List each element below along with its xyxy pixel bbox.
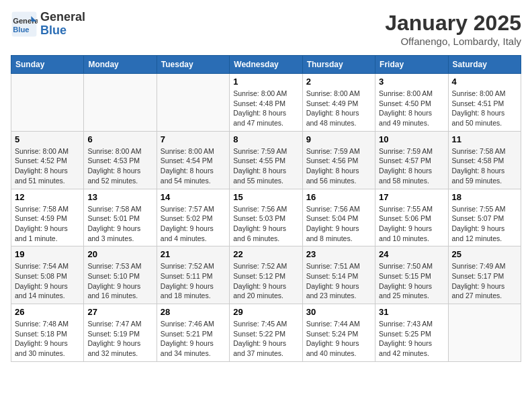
location: Offanengo, Lombardy, Italy bbox=[385, 36, 521, 47]
calendar-cell bbox=[157, 74, 229, 132]
calendar-cell: 26Sunrise: 7:48 AM Sunset: 5:18 PM Dayli… bbox=[11, 304, 84, 362]
calendar-cell bbox=[84, 74, 157, 132]
calendar-week-row: 5Sunrise: 8:00 AM Sunset: 4:52 PM Daylig… bbox=[11, 131, 521, 189]
day-number: 8 bbox=[233, 134, 298, 144]
day-number: 11 bbox=[452, 134, 517, 144]
calendar-cell: 14Sunrise: 7:57 AM Sunset: 5:02 PM Dayli… bbox=[157, 189, 229, 246]
day-number: 15 bbox=[233, 192, 298, 202]
day-info: Sunrise: 7:43 AM Sunset: 5:25 PM Dayligh… bbox=[379, 319, 444, 359]
calendar-cell: 12Sunrise: 7:58 AM Sunset: 4:59 PM Dayli… bbox=[11, 189, 84, 246]
calendar-cell: 1Sunrise: 8:00 AM Sunset: 4:48 PM Daylig… bbox=[230, 74, 302, 132]
day-number: 24 bbox=[379, 249, 444, 259]
day-info: Sunrise: 7:55 AM Sunset: 5:06 PM Dayligh… bbox=[379, 204, 444, 244]
calendar-cell: 15Sunrise: 7:56 AM Sunset: 5:03 PM Dayli… bbox=[230, 189, 302, 246]
day-info: Sunrise: 7:59 AM Sunset: 4:57 PM Dayligh… bbox=[379, 146, 444, 186]
day-info: Sunrise: 7:46 AM Sunset: 5:21 PM Dayligh… bbox=[161, 319, 226, 359]
calendar-cell: 10Sunrise: 7:59 AM Sunset: 4:57 PM Dayli… bbox=[375, 131, 448, 189]
day-info: Sunrise: 7:57 AM Sunset: 5:02 PM Dayligh… bbox=[161, 204, 226, 244]
day-number: 17 bbox=[379, 192, 444, 202]
day-info: Sunrise: 7:47 AM Sunset: 5:19 PM Dayligh… bbox=[87, 319, 152, 359]
title-block: January 2025 Offanengo, Lombardy, Italy bbox=[385, 11, 521, 47]
day-number: 19 bbox=[15, 249, 80, 259]
calendar-table: SundayMondayTuesdayWednesdayThursdayFrid… bbox=[11, 55, 521, 362]
day-number: 29 bbox=[233, 307, 298, 317]
calendar-cell: 18Sunrise: 7:55 AM Sunset: 5:07 PM Dayli… bbox=[448, 189, 521, 246]
day-number: 30 bbox=[306, 307, 371, 317]
day-number: 3 bbox=[379, 77, 444, 87]
calendar-week-row: 1Sunrise: 8:00 AM Sunset: 4:48 PM Daylig… bbox=[11, 74, 521, 132]
day-info: Sunrise: 7:50 AM Sunset: 5:15 PM Dayligh… bbox=[379, 261, 444, 301]
day-number: 7 bbox=[161, 134, 226, 144]
day-info: Sunrise: 7:53 AM Sunset: 5:10 PM Dayligh… bbox=[87, 261, 152, 301]
weekday-header: Wednesday bbox=[230, 56, 302, 74]
calendar-cell bbox=[448, 304, 521, 362]
weekday-header: Monday bbox=[84, 56, 157, 74]
calendar-cell: 19Sunrise: 7:54 AM Sunset: 5:08 PM Dayli… bbox=[11, 246, 84, 304]
day-info: Sunrise: 7:56 AM Sunset: 5:04 PM Dayligh… bbox=[306, 204, 371, 244]
day-number: 18 bbox=[452, 192, 517, 202]
day-info: Sunrise: 7:56 AM Sunset: 5:03 PM Dayligh… bbox=[233, 204, 298, 244]
calendar-cell: 9Sunrise: 7:59 AM Sunset: 4:56 PM Daylig… bbox=[302, 131, 375, 189]
day-number: 5 bbox=[15, 134, 80, 144]
weekday-header: Friday bbox=[375, 56, 448, 74]
day-info: Sunrise: 8:00 AM Sunset: 4:54 PM Dayligh… bbox=[161, 146, 226, 186]
calendar-cell bbox=[11, 74, 84, 132]
day-number: 12 bbox=[15, 192, 80, 202]
day-number: 16 bbox=[306, 192, 371, 202]
month-title: January 2025 bbox=[385, 11, 521, 36]
day-info: Sunrise: 7:51 AM Sunset: 5:14 PM Dayligh… bbox=[306, 261, 371, 301]
day-number: 2 bbox=[306, 77, 371, 87]
logo-line2: Blue bbox=[40, 24, 85, 38]
day-info: Sunrise: 7:55 AM Sunset: 5:07 PM Dayligh… bbox=[452, 204, 517, 244]
calendar-cell: 4Sunrise: 8:00 AM Sunset: 4:51 PM Daylig… bbox=[448, 74, 521, 132]
day-number: 26 bbox=[15, 307, 80, 317]
calendar-cell: 28Sunrise: 7:46 AM Sunset: 5:21 PM Dayli… bbox=[157, 304, 229, 362]
calendar-cell: 2Sunrise: 8:00 AM Sunset: 4:49 PM Daylig… bbox=[302, 74, 375, 132]
weekday-header: Thursday bbox=[302, 56, 375, 74]
calendar-week-row: 26Sunrise: 7:48 AM Sunset: 5:18 PM Dayli… bbox=[11, 304, 521, 362]
day-info: Sunrise: 7:54 AM Sunset: 5:08 PM Dayligh… bbox=[15, 261, 80, 301]
logo-icon: General Blue bbox=[11, 11, 38, 38]
day-info: Sunrise: 7:58 AM Sunset: 5:01 PM Dayligh… bbox=[87, 204, 152, 244]
day-info: Sunrise: 7:52 AM Sunset: 5:11 PM Dayligh… bbox=[161, 261, 226, 301]
day-info: Sunrise: 7:58 AM Sunset: 4:59 PM Dayligh… bbox=[15, 204, 80, 244]
day-info: Sunrise: 7:59 AM Sunset: 4:55 PM Dayligh… bbox=[233, 146, 298, 186]
day-info: Sunrise: 8:00 AM Sunset: 4:51 PM Dayligh… bbox=[452, 89, 517, 128]
calendar-cell: 27Sunrise: 7:47 AM Sunset: 5:19 PM Dayli… bbox=[84, 304, 157, 362]
svg-text:Blue: Blue bbox=[13, 26, 29, 34]
calendar-cell: 21Sunrise: 7:52 AM Sunset: 5:11 PM Dayli… bbox=[157, 246, 229, 304]
calendar-week-row: 19Sunrise: 7:54 AM Sunset: 5:08 PM Dayli… bbox=[11, 246, 521, 304]
calendar-cell: 13Sunrise: 7:58 AM Sunset: 5:01 PM Dayli… bbox=[84, 189, 157, 246]
day-info: Sunrise: 8:00 AM Sunset: 4:52 PM Dayligh… bbox=[15, 146, 80, 186]
calendar-cell: 30Sunrise: 7:44 AM Sunset: 5:24 PM Dayli… bbox=[302, 304, 375, 362]
day-number: 9 bbox=[306, 134, 371, 144]
calendar-cell: 7Sunrise: 8:00 AM Sunset: 4:54 PM Daylig… bbox=[157, 131, 229, 189]
calendar-cell: 5Sunrise: 8:00 AM Sunset: 4:52 PM Daylig… bbox=[11, 131, 84, 189]
day-number: 14 bbox=[161, 192, 226, 202]
day-number: 25 bbox=[452, 249, 517, 259]
calendar-cell: 22Sunrise: 7:52 AM Sunset: 5:12 PM Dayli… bbox=[230, 246, 302, 304]
page-header: General Blue General Blue January 2025 O… bbox=[11, 11, 521, 47]
calendar-cell: 11Sunrise: 7:58 AM Sunset: 4:58 PM Dayli… bbox=[448, 131, 521, 189]
logo: General Blue General Blue bbox=[11, 11, 85, 38]
weekday-header: Tuesday bbox=[157, 56, 229, 74]
calendar-week-row: 12Sunrise: 7:58 AM Sunset: 4:59 PM Dayli… bbox=[11, 189, 521, 246]
calendar-cell: 16Sunrise: 7:56 AM Sunset: 5:04 PM Dayli… bbox=[302, 189, 375, 246]
calendar-cell: 6Sunrise: 8:00 AM Sunset: 4:53 PM Daylig… bbox=[84, 131, 157, 189]
day-info: Sunrise: 7:59 AM Sunset: 4:56 PM Dayligh… bbox=[306, 146, 371, 186]
day-number: 28 bbox=[161, 307, 226, 317]
calendar-cell: 8Sunrise: 7:59 AM Sunset: 4:55 PM Daylig… bbox=[230, 131, 302, 189]
day-number: 4 bbox=[452, 77, 517, 87]
day-info: Sunrise: 8:00 AM Sunset: 4:48 PM Dayligh… bbox=[233, 89, 298, 128]
day-number: 10 bbox=[379, 134, 444, 144]
day-info: Sunrise: 7:52 AM Sunset: 5:12 PM Dayligh… bbox=[233, 261, 298, 301]
calendar-cell: 3Sunrise: 8:00 AM Sunset: 4:50 PM Daylig… bbox=[375, 74, 448, 132]
weekday-header-row: SundayMondayTuesdayWednesdayThursdayFrid… bbox=[11, 56, 521, 74]
day-info: Sunrise: 7:44 AM Sunset: 5:24 PM Dayligh… bbox=[306, 319, 371, 359]
calendar-cell: 29Sunrise: 7:45 AM Sunset: 5:22 PM Dayli… bbox=[230, 304, 302, 362]
calendar-cell: 17Sunrise: 7:55 AM Sunset: 5:06 PM Dayli… bbox=[375, 189, 448, 246]
weekday-header: Saturday bbox=[448, 56, 521, 74]
calendar-cell: 25Sunrise: 7:49 AM Sunset: 5:17 PM Dayli… bbox=[448, 246, 521, 304]
day-info: Sunrise: 8:00 AM Sunset: 4:49 PM Dayligh… bbox=[306, 89, 371, 128]
day-number: 22 bbox=[233, 249, 298, 259]
